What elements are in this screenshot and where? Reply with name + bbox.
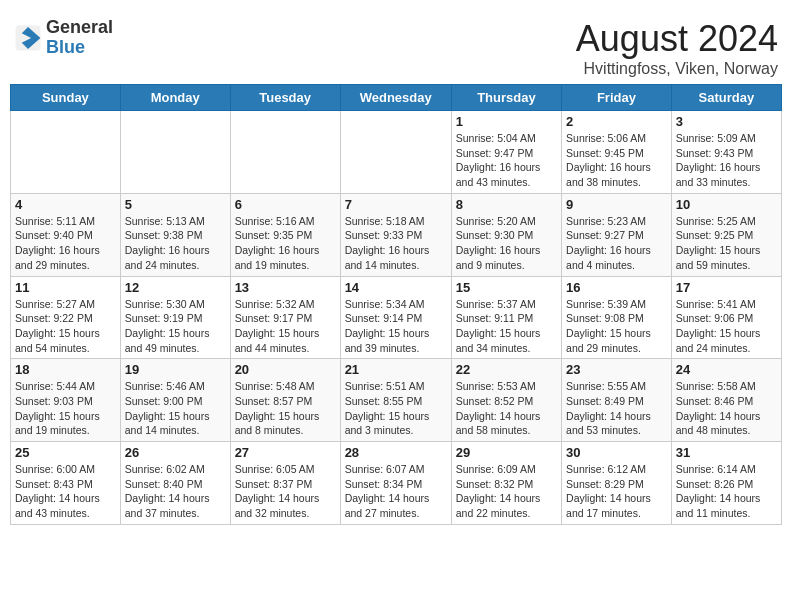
- day-number: 20: [235, 362, 336, 377]
- calendar-cell: 3Sunrise: 5:09 AM Sunset: 9:43 PM Daylig…: [671, 111, 781, 194]
- day-number: 10: [676, 197, 777, 212]
- title-block: August 2024 Hvittingfoss, Viken, Norway: [576, 18, 778, 78]
- calendar-cell: 17Sunrise: 5:41 AM Sunset: 9:06 PM Dayli…: [671, 276, 781, 359]
- logo-line2: Blue: [46, 38, 113, 58]
- day-number: 23: [566, 362, 667, 377]
- day-number: 29: [456, 445, 557, 460]
- day-header-thursday: Thursday: [451, 85, 561, 111]
- calendar-cell: 19Sunrise: 5:46 AM Sunset: 9:00 PM Dayli…: [120, 359, 230, 442]
- day-header-tuesday: Tuesday: [230, 85, 340, 111]
- day-number: 7: [345, 197, 447, 212]
- week-row-1: 1Sunrise: 5:04 AM Sunset: 9:47 PM Daylig…: [11, 111, 782, 194]
- logo-icon: [14, 24, 42, 52]
- day-info: Sunrise: 5:39 AM Sunset: 9:08 PM Dayligh…: [566, 297, 667, 356]
- logo-text: General Blue: [46, 18, 113, 58]
- calendar-table: SundayMondayTuesdayWednesdayThursdayFrid…: [10, 84, 782, 525]
- day-info: Sunrise: 5:32 AM Sunset: 9:17 PM Dayligh…: [235, 297, 336, 356]
- day-info: Sunrise: 6:12 AM Sunset: 8:29 PM Dayligh…: [566, 462, 667, 521]
- calendar-cell: 1Sunrise: 5:04 AM Sunset: 9:47 PM Daylig…: [451, 111, 561, 194]
- day-number: 12: [125, 280, 226, 295]
- day-number: 25: [15, 445, 116, 460]
- day-info: Sunrise: 5:55 AM Sunset: 8:49 PM Dayligh…: [566, 379, 667, 438]
- day-number: 16: [566, 280, 667, 295]
- location: Hvittingfoss, Viken, Norway: [576, 60, 778, 78]
- day-number: 31: [676, 445, 777, 460]
- day-info: Sunrise: 5:13 AM Sunset: 9:38 PM Dayligh…: [125, 214, 226, 273]
- day-info: Sunrise: 5:53 AM Sunset: 8:52 PM Dayligh…: [456, 379, 557, 438]
- calendar-cell: 4Sunrise: 5:11 AM Sunset: 9:40 PM Daylig…: [11, 193, 121, 276]
- day-info: Sunrise: 6:02 AM Sunset: 8:40 PM Dayligh…: [125, 462, 226, 521]
- day-number: 6: [235, 197, 336, 212]
- calendar-cell: 28Sunrise: 6:07 AM Sunset: 8:34 PM Dayli…: [340, 442, 451, 525]
- day-info: Sunrise: 5:46 AM Sunset: 9:00 PM Dayligh…: [125, 379, 226, 438]
- day-number: 8: [456, 197, 557, 212]
- day-info: Sunrise: 6:09 AM Sunset: 8:32 PM Dayligh…: [456, 462, 557, 521]
- day-number: 21: [345, 362, 447, 377]
- day-info: Sunrise: 5:23 AM Sunset: 9:27 PM Dayligh…: [566, 214, 667, 273]
- day-number: 1: [456, 114, 557, 129]
- days-header-row: SundayMondayTuesdayWednesdayThursdayFrid…: [11, 85, 782, 111]
- day-header-saturday: Saturday: [671, 85, 781, 111]
- calendar-cell: 23Sunrise: 5:55 AM Sunset: 8:49 PM Dayli…: [562, 359, 672, 442]
- day-number: 19: [125, 362, 226, 377]
- calendar-cell: 22Sunrise: 5:53 AM Sunset: 8:52 PM Dayli…: [451, 359, 561, 442]
- calendar-cell: 14Sunrise: 5:34 AM Sunset: 9:14 PM Dayli…: [340, 276, 451, 359]
- calendar-cell: 6Sunrise: 5:16 AM Sunset: 9:35 PM Daylig…: [230, 193, 340, 276]
- day-info: Sunrise: 5:37 AM Sunset: 9:11 PM Dayligh…: [456, 297, 557, 356]
- day-header-sunday: Sunday: [11, 85, 121, 111]
- day-header-friday: Friday: [562, 85, 672, 111]
- page-header: General Blue August 2024 Hvittingfoss, V…: [10, 10, 782, 84]
- day-info: Sunrise: 5:51 AM Sunset: 8:55 PM Dayligh…: [345, 379, 447, 438]
- day-info: Sunrise: 5:18 AM Sunset: 9:33 PM Dayligh…: [345, 214, 447, 273]
- calendar-cell: 12Sunrise: 5:30 AM Sunset: 9:19 PM Dayli…: [120, 276, 230, 359]
- day-info: Sunrise: 6:14 AM Sunset: 8:26 PM Dayligh…: [676, 462, 777, 521]
- day-number: 13: [235, 280, 336, 295]
- day-info: Sunrise: 5:34 AM Sunset: 9:14 PM Dayligh…: [345, 297, 447, 356]
- day-info: Sunrise: 5:16 AM Sunset: 9:35 PM Dayligh…: [235, 214, 336, 273]
- calendar-cell: 24Sunrise: 5:58 AM Sunset: 8:46 PM Dayli…: [671, 359, 781, 442]
- calendar-cell: 10Sunrise: 5:25 AM Sunset: 9:25 PM Dayli…: [671, 193, 781, 276]
- calendar-cell: 13Sunrise: 5:32 AM Sunset: 9:17 PM Dayli…: [230, 276, 340, 359]
- calendar-cell: 8Sunrise: 5:20 AM Sunset: 9:30 PM Daylig…: [451, 193, 561, 276]
- day-info: Sunrise: 6:05 AM Sunset: 8:37 PM Dayligh…: [235, 462, 336, 521]
- day-number: 2: [566, 114, 667, 129]
- calendar-cell: 15Sunrise: 5:37 AM Sunset: 9:11 PM Dayli…: [451, 276, 561, 359]
- week-row-4: 18Sunrise: 5:44 AM Sunset: 9:03 PM Dayli…: [11, 359, 782, 442]
- day-info: Sunrise: 5:20 AM Sunset: 9:30 PM Dayligh…: [456, 214, 557, 273]
- calendar-cell: 30Sunrise: 6:12 AM Sunset: 8:29 PM Dayli…: [562, 442, 672, 525]
- day-number: 15: [456, 280, 557, 295]
- day-info: Sunrise: 5:30 AM Sunset: 9:19 PM Dayligh…: [125, 297, 226, 356]
- calendar-cell: 29Sunrise: 6:09 AM Sunset: 8:32 PM Dayli…: [451, 442, 561, 525]
- calendar-cell: 18Sunrise: 5:44 AM Sunset: 9:03 PM Dayli…: [11, 359, 121, 442]
- calendar-cell: 27Sunrise: 6:05 AM Sunset: 8:37 PM Dayli…: [230, 442, 340, 525]
- day-info: Sunrise: 5:04 AM Sunset: 9:47 PM Dayligh…: [456, 131, 557, 190]
- day-number: 26: [125, 445, 226, 460]
- day-number: 17: [676, 280, 777, 295]
- week-row-3: 11Sunrise: 5:27 AM Sunset: 9:22 PM Dayli…: [11, 276, 782, 359]
- day-info: Sunrise: 5:48 AM Sunset: 8:57 PM Dayligh…: [235, 379, 336, 438]
- day-number: 27: [235, 445, 336, 460]
- day-info: Sunrise: 5:09 AM Sunset: 9:43 PM Dayligh…: [676, 131, 777, 190]
- calendar-cell: [120, 111, 230, 194]
- logo-line1: General: [46, 18, 113, 38]
- logo: General Blue: [14, 18, 113, 58]
- day-number: 24: [676, 362, 777, 377]
- day-number: 5: [125, 197, 226, 212]
- day-number: 30: [566, 445, 667, 460]
- day-info: Sunrise: 5:25 AM Sunset: 9:25 PM Dayligh…: [676, 214, 777, 273]
- calendar-cell: [340, 111, 451, 194]
- day-number: 22: [456, 362, 557, 377]
- day-info: Sunrise: 5:11 AM Sunset: 9:40 PM Dayligh…: [15, 214, 116, 273]
- day-info: Sunrise: 5:44 AM Sunset: 9:03 PM Dayligh…: [15, 379, 116, 438]
- day-number: 14: [345, 280, 447, 295]
- calendar-cell: 5Sunrise: 5:13 AM Sunset: 9:38 PM Daylig…: [120, 193, 230, 276]
- day-number: 11: [15, 280, 116, 295]
- calendar-cell: 25Sunrise: 6:00 AM Sunset: 8:43 PM Dayli…: [11, 442, 121, 525]
- week-row-5: 25Sunrise: 6:00 AM Sunset: 8:43 PM Dayli…: [11, 442, 782, 525]
- calendar-cell: 20Sunrise: 5:48 AM Sunset: 8:57 PM Dayli…: [230, 359, 340, 442]
- day-header-wednesday: Wednesday: [340, 85, 451, 111]
- calendar-cell: 26Sunrise: 6:02 AM Sunset: 8:40 PM Dayli…: [120, 442, 230, 525]
- day-number: 9: [566, 197, 667, 212]
- day-info: Sunrise: 6:07 AM Sunset: 8:34 PM Dayligh…: [345, 462, 447, 521]
- calendar-cell: 7Sunrise: 5:18 AM Sunset: 9:33 PM Daylig…: [340, 193, 451, 276]
